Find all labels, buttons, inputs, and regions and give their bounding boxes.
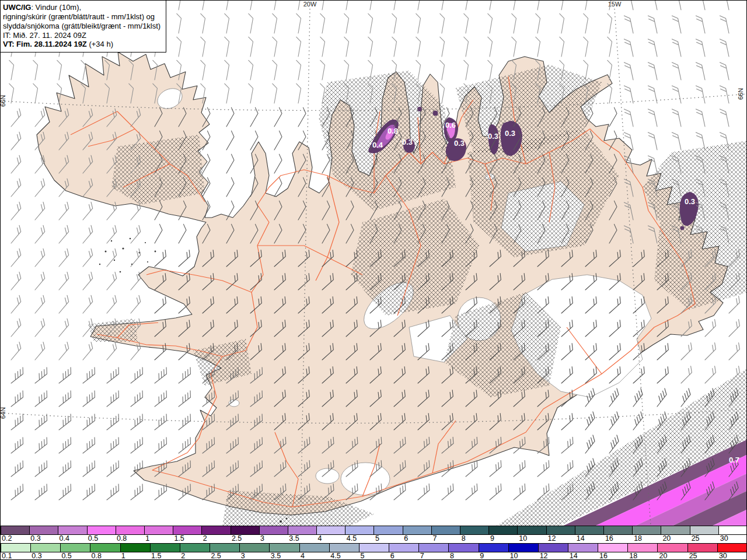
legend-segment (403, 526, 432, 534)
legend-segment (489, 526, 518, 534)
legend-tick-label: 4.5 (345, 535, 374, 543)
glacier-myrdalsjokull (341, 463, 390, 495)
legend-tick-label: 9 (489, 535, 518, 543)
legend-segment (145, 526, 173, 534)
legend-segment (151, 544, 180, 552)
precip-value-label: 0.7 (729, 456, 739, 464)
legend-tick-label: 4.5 (329, 552, 359, 560)
legend-segment (509, 544, 539, 552)
legend-segment (518, 526, 546, 534)
precip-value-label: 0.3 (402, 138, 413, 146)
legend-segment (210, 544, 240, 552)
legend-tick-label: 30 (718, 552, 747, 560)
legend-segment (345, 526, 374, 534)
map-area: 20W15W66N66N64N 0.80.40.30.60.30.30.30.3… (1, 1, 747, 526)
model-name: UWC/IG (3, 3, 31, 12)
legend-tick-label: 18 (633, 535, 661, 543)
legend-segment (173, 526, 202, 534)
legend-tick-label: 6 (403, 535, 431, 543)
valid-time: VT: Fim. 28.11.2024 19Z (+34 h) (3, 40, 160, 49)
legend-segment (359, 544, 389, 552)
legend-segment (718, 544, 747, 552)
legend-tick-label: 7 (419, 552, 449, 560)
legend-tick-label: 2.5 (210, 552, 239, 560)
colorbar-sleet-snow (1, 526, 747, 535)
legend-tick-label: 0.8 (116, 535, 144, 543)
legend-tick-label: 3.5 (270, 552, 299, 560)
legend-tick-label: 3.5 (288, 535, 316, 543)
legend-segment (31, 544, 61, 552)
valid-time-offset: (+34 h) (87, 40, 113, 48)
legend-tick-label: 8 (460, 535, 489, 543)
legend-tick-label: 25 (688, 552, 718, 560)
legend-tick-label: 10 (518, 535, 546, 543)
legend-segment (374, 526, 403, 534)
legend-tick-label: 25 (690, 535, 719, 543)
title-line-1: UWC/IG: Vindur (10m), (3, 3, 160, 12)
legend-tick-label: 30 (719, 535, 747, 543)
legend-tick-label: 16 (604, 535, 633, 543)
legend-segment (628, 544, 658, 552)
legend-tick-label: 1 (120, 552, 150, 560)
legend-tick-label: 4 (317, 535, 345, 543)
legend-tick-label: 0.5 (87, 535, 116, 543)
legend-tick-label: 0.1 (1, 552, 30, 560)
legend-tick-label: 14 (568, 552, 598, 560)
legend-segment (240, 544, 270, 552)
legend-segment (598, 544, 628, 552)
legend-tick-label: 2 (202, 535, 231, 543)
legend-segment (547, 526, 575, 534)
legend-tick-label: 5 (374, 535, 403, 543)
legend-segment (460, 526, 489, 534)
legend-segment (1, 544, 31, 552)
precip-value-label: 0.3 (505, 129, 515, 138)
legend-tick-label: 8 (449, 552, 479, 560)
legend-tick-label: 5 (359, 552, 389, 560)
legend-segment (449, 544, 479, 552)
precip-value-label: 0.8 (388, 127, 398, 135)
legend-tick-label: 9 (479, 552, 508, 560)
legend-segment (88, 526, 116, 534)
legend-tick-label: 0.3 (29, 535, 58, 543)
legend-segment (231, 526, 260, 534)
meridian-label: 20W (303, 1, 317, 8)
legend-segment (719, 526, 747, 534)
legend-tick-label: 4 (299, 552, 329, 560)
legend-tick-label: 2 (180, 552, 210, 560)
legend-tick-label: 6 (389, 552, 419, 560)
legend-tick-label: 20 (661, 535, 690, 543)
legend-segment (180, 544, 210, 552)
legend-segment (604, 526, 633, 534)
legend-tick-label: 0.4 (58, 535, 86, 543)
legend-tick-label: 1 (144, 535, 173, 543)
precip-value-label: 0.3 (685, 197, 695, 206)
legend-segment (58, 526, 87, 534)
legend-tick-label: 14 (575, 535, 604, 543)
legend-segment (688, 544, 718, 552)
precip-value-label: 0.3 (488, 132, 498, 141)
legend-tick-label: 3 (259, 535, 288, 543)
legend-segment (202, 526, 231, 534)
parallel-label-left: 66N (1, 95, 6, 107)
legend-segment (30, 526, 58, 534)
legend-tick-label: 12 (539, 552, 568, 560)
legend-segment (479, 544, 509, 552)
legend-tick-label: 20 (658, 552, 687, 560)
precip-value-label: 0.6 (445, 121, 456, 130)
parallel-label-left: 64N (1, 407, 6, 419)
legend-segment (260, 526, 288, 534)
title-line-2: rigning/skúrir (grænt/blátt/rautt - mm/1… (3, 12, 160, 22)
legend-tick-label: 1.5 (173, 535, 201, 543)
legend-segment (121, 544, 151, 552)
parallel-label-right: 66N (737, 88, 744, 100)
legend-tick-label: 3 (240, 552, 270, 560)
title-line-3: slydda/snjókoma (grátt/bleikt/grænt - mm… (3, 22, 160, 31)
legend-segment (568, 544, 598, 552)
legend-segment (116, 526, 145, 534)
legend-segment (432, 526, 460, 534)
colorbar-rain (1, 543, 747, 552)
legend-segment (1, 526, 30, 534)
legend-tick-label: 0.3 (30, 552, 60, 560)
legend-tick-label: 2.5 (231, 535, 259, 543)
legend-segment (300, 544, 330, 552)
